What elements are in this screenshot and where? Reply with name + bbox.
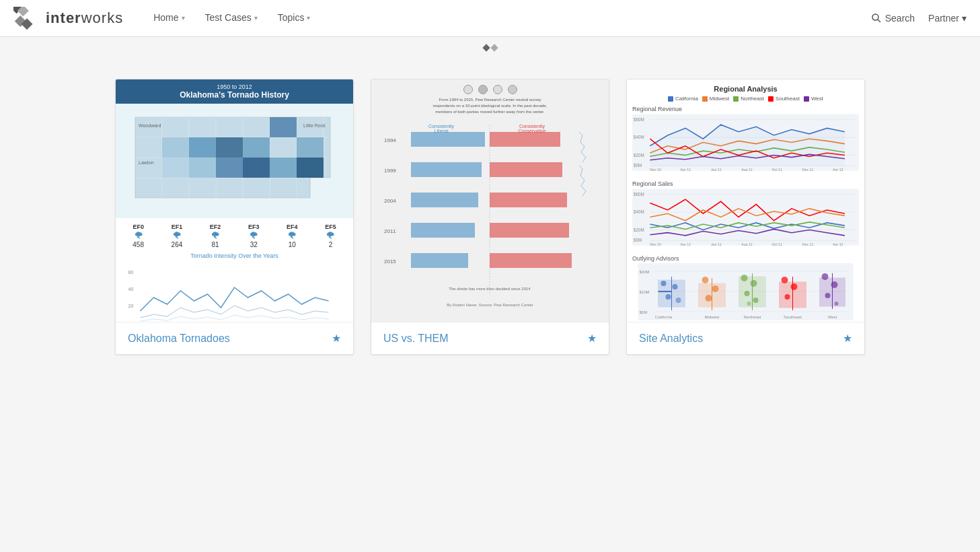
analytics-chart-title: Regional Analysis [632,85,859,93]
main-content: 1950 to 2012 Oklahoma's Tornado History [0,59,980,375]
svg-point-119 [712,285,719,292]
svg-rect-29 [189,158,216,178]
svg-rect-23 [270,117,297,137]
svg-text:Apr 11: Apr 11 [681,242,691,246]
svg-text:$0M: $0M [634,238,642,242]
svg-text:Dec 11: Dec 11 [802,168,814,171]
search-icon [872,13,881,23]
nav-home[interactable]: Home ▾ [143,0,194,37]
svg-text:Apr 12: Apr 12 [833,168,843,171]
svg-rect-61 [490,223,569,238]
usvthem-inner: From 1994 to 2015, Pew Research Center n… [371,79,609,322]
svg-text:$10M: $10M [640,290,650,294]
svg-text:Apr 12: Apr 12 [833,242,843,246]
card-us-vs-them[interactable]: From 1994 to 2015, Pew Research Center n… [371,79,609,355]
loading-dot-1 [482,44,490,51]
nav-test-cases[interactable]: Test Cases ▾ [195,0,268,37]
svg-text:$40M: $40M [634,209,644,214]
svg-point-140 [825,293,831,298]
outlying-advisors-chart: $30M $10M $0M California [632,263,859,320]
tornado-year-range: 1950 to 2012 [122,83,346,90]
svg-text:Dec 10: Dec 10 [650,242,661,246]
regional-revenue-chart: $60M $40M $20M $0M [632,114,859,171]
analytics-legend: California Midwest Northeast Southeast W… [632,96,859,102]
svg-point-112 [673,284,678,289]
svg-rect-57 [411,253,468,268]
svg-text:$30M: $30M [640,270,650,274]
svg-rect-55 [411,193,478,207]
card-3-preview: Regional Analysis California Midwest Nor… [627,79,864,322]
svg-point-132 [782,277,788,283]
analytics-section-revenue: Regional Revenue [632,106,859,112]
svg-rect-26 [243,158,270,178]
svg-text:Jun 11: Jun 11 [711,242,722,246]
usvthem-credits: By Robert Haner. Source: Pew Research Ce… [371,303,609,310]
svg-point-111 [661,281,667,286]
svg-text:Lawton: Lawton [139,160,154,165]
regional-sales-chart: $60M $40M $20M $0M Dec 10 Apr 11 [632,188,859,246]
svg-rect-53 [411,132,485,147]
svg-point-124 [741,275,748,281]
loading-dots [484,45,497,50]
svg-text:80: 80 [128,270,134,275]
svg-point-134 [785,294,790,300]
search-button[interactable]: Search [872,13,915,24]
svg-text:California: California [655,315,673,319]
svg-rect-62 [490,253,572,268]
svg-rect-58 [490,132,560,147]
nav-partner[interactable]: Partner ▾ [928,13,967,24]
card-site-analytics[interactable]: Regional Analysis California Midwest Nor… [626,79,865,355]
svg-text:Southeast: Southeast [784,315,802,319]
card-2-preview: From 1994 to 2015, Pew Research Center n… [371,79,609,322]
card-1-star[interactable]: ★ [332,332,341,345]
card-3-title: Site Analytics [639,333,703,345]
svg-rect-54 [411,162,482,177]
loading-bar [0,37,980,59]
svg-text:Little Rock: Little Rock [303,123,326,128]
svg-text:2011: 2011 [384,228,396,234]
svg-text:Dec 11: Dec 11 [802,242,814,246]
svg-point-127 [753,298,759,303]
card-2-star[interactable]: ★ [587,332,597,345]
svg-rect-56 [411,223,475,238]
usvthem-top-icons [371,79,609,97]
card-3-footer: Site Analytics ★ [627,322,864,354]
svg-point-4 [872,14,878,20]
svg-rect-28 [297,158,324,178]
svg-text:20: 20 [128,304,134,308]
card-3-star[interactable]: ★ [843,332,852,345]
nav-links: Home ▾ Test Cases ▾ Topics ▾ [143,0,872,37]
nav-topics[interactable]: Topics ▾ [268,0,321,37]
svg-point-120 [706,295,712,302]
svg-text:Woodward: Woodward [139,123,161,128]
tornado-ef4: EF4 🌪 10 [287,223,298,248]
svg-text:Dec 10: Dec 10 [650,168,661,171]
svg-point-113 [666,294,671,300]
tornado-ef3: EF3 🌪 32 [248,223,260,248]
svg-text:2015: 2015 [384,258,396,265]
svg-text:The divide has more than doubl: The divide has more than doubled since 2… [449,287,531,291]
legend-california: California [668,96,698,102]
svg-rect-31 [162,158,189,178]
svg-text:$60M: $60M [634,192,644,197]
nav-right: Search Partner ▾ [872,13,967,24]
tornado-header: 1950 to 2012 Oklahoma's Tornado History [116,79,353,104]
usvthem-chart: 1994 1999 2004 2011 2015 [371,118,609,300]
svg-rect-27 [270,158,297,178]
svg-rect-20 [189,137,216,158]
tornado-ef0: EF0 🌪 458 [133,223,144,248]
card-1-title: Oklahoma Tornadoes [128,333,230,345]
svg-rect-59 [490,162,562,177]
tornado-title: Oklahoma's Tornado History [180,90,289,100]
svg-text:Oct 11: Oct 11 [771,242,782,246]
logo[interactable]: interworks [13,7,123,30]
svg-text:Oct 11: Oct 11 [771,168,782,171]
test-cases-caret: ▾ [254,14,258,22]
card-oklahoma-tornadoes[interactable]: 1950 to 2012 Oklahoma's Tornado History [115,79,354,355]
legend-midwest: Midwest [702,96,729,102]
svg-point-141 [835,302,839,306]
search-label: Search [885,13,915,24]
svg-text:Aug 11: Aug 11 [741,242,753,246]
svg-point-133 [791,283,798,290]
card-2-title: US vs. THEM [383,333,449,345]
